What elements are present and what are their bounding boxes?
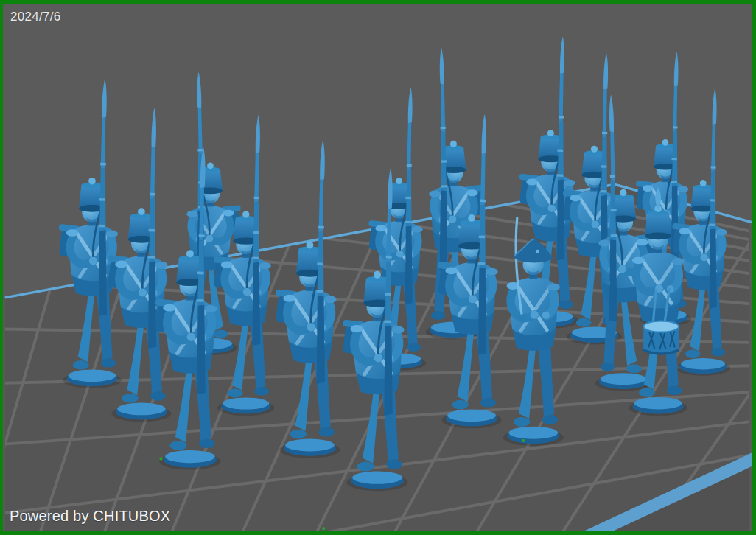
contact-speck — [322, 527, 325, 530]
screenshot-frame: 2024/7/6 Powered by CHITUBOX — [0, 0, 756, 535]
scene-3d[interactable] — [3, 4, 752, 531]
contact-speck — [159, 457, 162, 460]
model-viewport[interactable]: 2024/7/6 Powered by CHITUBOX — [3, 4, 752, 531]
contact-speck — [522, 439, 525, 442]
date-label: 2024/7/6 — [10, 10, 61, 24]
chitubox-watermark: Powered by CHITUBOX — [10, 508, 170, 525]
